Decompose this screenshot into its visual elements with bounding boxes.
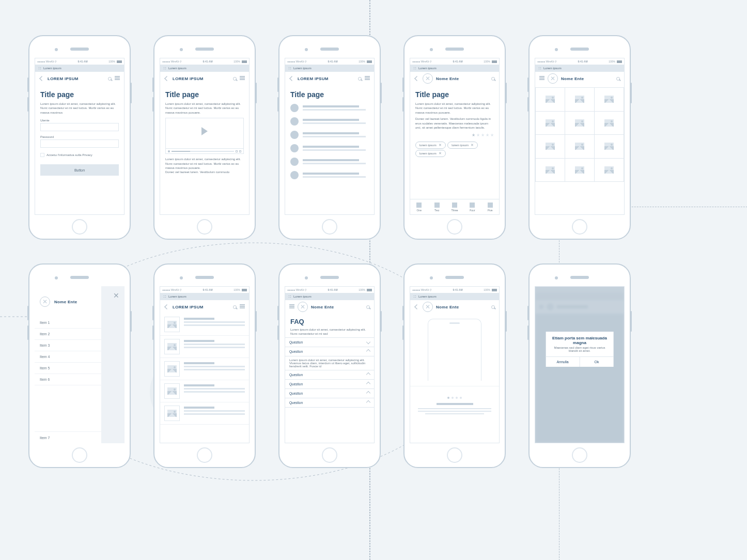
volume-icon[interactable]	[236, 150, 238, 152]
feed-tile[interactable]	[160, 336, 249, 358]
apps-icon[interactable]	[288, 67, 291, 70]
accordion-header[interactable]: Question	[285, 338, 374, 347]
tag-chip[interactable]: lorem ipsum✕	[415, 142, 446, 149]
close-icon[interactable]: ✕	[439, 143, 442, 147]
gallery-cell[interactable]	[565, 135, 595, 159]
apps-icon[interactable]	[413, 67, 416, 70]
home-button[interactable]	[72, 447, 87, 463]
tab-five[interactable]: Five	[481, 199, 499, 214]
tag-chip[interactable]: lorem ipsum✕	[415, 150, 446, 157]
video-play-icon[interactable]	[168, 150, 170, 152]
accordion-header[interactable]: Question	[285, 389, 374, 398]
cancel-button[interactable]: Annulla	[546, 357, 580, 367]
drawer-item[interactable]: Item 1	[35, 317, 101, 329]
home-button[interactable]	[197, 447, 212, 463]
back-icon[interactable]	[39, 76, 44, 81]
apps-icon[interactable]	[38, 67, 41, 70]
tab-four[interactable]: Four	[463, 199, 481, 214]
list-item[interactable]	[290, 171, 369, 179]
gallery-cell[interactable]	[595, 159, 624, 182]
home-button[interactable]	[197, 219, 212, 235]
gallery-cell[interactable]	[536, 159, 565, 182]
tag-chip[interactable]: lorem ipsum✕	[447, 142, 478, 149]
back-icon[interactable]	[164, 304, 169, 309]
drawer-item[interactable]: Item 7	[35, 432, 101, 443]
accordion-header[interactable]: Question	[285, 380, 374, 389]
home-button[interactable]	[322, 447, 337, 463]
fullscreen-icon[interactable]	[239, 150, 241, 152]
list-item[interactable]	[290, 131, 369, 139]
list-item[interactable]	[290, 117, 369, 126]
close-drawer-icon[interactable]: ✕	[113, 291, 119, 300]
ok-button[interactable]: Ok	[580, 357, 614, 367]
search-icon[interactable]	[108, 77, 112, 81]
accordion-header[interactable]: Question	[285, 398, 374, 408]
video-scrubber[interactable]	[172, 151, 234, 152]
password-input[interactable]	[40, 139, 119, 148]
gallery-cell[interactable]	[536, 135, 565, 159]
feed-tile[interactable]	[160, 380, 249, 402]
gallery-cell[interactable]	[595, 112, 624, 135]
home-button[interactable]	[322, 219, 337, 235]
menu-icon[interactable]	[240, 304, 245, 309]
tab-one[interactable]: One	[410, 199, 428, 214]
back-icon[interactable]	[414, 304, 419, 309]
home-button[interactable]	[72, 219, 87, 235]
gallery-cell[interactable]	[565, 88, 595, 112]
feed-tile[interactable]	[160, 402, 249, 425]
menu-icon[interactable]	[539, 76, 544, 81]
privacy-checkbox[interactable]	[40, 153, 44, 157]
back-icon[interactable]	[289, 76, 294, 81]
menu-icon[interactable]	[115, 76, 120, 81]
drawer-item[interactable]: Item 2	[35, 329, 101, 340]
home-button[interactable]	[572, 219, 587, 235]
search-icon[interactable]	[366, 305, 370, 309]
apps-icon[interactable]	[538, 67, 541, 70]
submit-button[interactable]: Button	[40, 164, 119, 176]
accordion-header[interactable]: Question	[285, 370, 374, 380]
search-icon[interactable]	[491, 305, 495, 309]
tab-two[interactable]: Two	[428, 199, 445, 214]
gallery-cell[interactable]	[536, 112, 565, 135]
back-icon[interactable]	[414, 76, 419, 81]
search-icon[interactable]	[616, 77, 620, 81]
feed-tile[interactable]	[160, 314, 249, 336]
pager-dots[interactable]	[410, 392, 500, 401]
gallery-cell[interactable]	[565, 112, 595, 135]
apps-icon[interactable]	[163, 295, 166, 298]
video-player[interactable]	[165, 118, 244, 154]
close-icon[interactable]: ✕	[439, 151, 442, 155]
home-button[interactable]	[572, 447, 587, 463]
menu-icon[interactable]	[289, 304, 294, 309]
apps-icon[interactable]	[413, 295, 416, 298]
list-item[interactable]	[290, 158, 369, 166]
drawer-item[interactable]: Item 3	[35, 340, 101, 351]
apps-icon[interactable]	[163, 67, 166, 70]
username-input[interactable]	[40, 123, 119, 131]
search-icon[interactable]	[233, 305, 237, 309]
play-icon[interactable]	[201, 127, 208, 135]
search-icon[interactable]	[358, 77, 362, 81]
menu-icon[interactable]	[365, 76, 370, 81]
menu-icon[interactable]	[240, 76, 245, 81]
feed-tile[interactable]	[160, 358, 249, 380]
close-icon[interactable]: ✕	[471, 143, 474, 147]
drawer-item[interactable]: Item 6	[35, 374, 101, 385]
tab-three[interactable]: Three	[446, 199, 463, 214]
gallery-cell[interactable]	[595, 135, 624, 159]
gallery-cell[interactable]	[565, 159, 595, 182]
back-icon[interactable]	[164, 76, 169, 81]
list-item[interactable]	[290, 104, 369, 112]
drawer-item[interactable]: Item 4	[35, 351, 101, 363]
gallery-cell[interactable]	[595, 88, 624, 112]
apps-icon[interactable]	[288, 295, 291, 298]
accordion-header[interactable]: Question	[285, 347, 374, 356]
home-button[interactable]	[447, 219, 462, 235]
drawer-item[interactable]: Item 5	[35, 363, 101, 374]
home-button[interactable]	[447, 447, 462, 463]
rating[interactable]: ★★★★★	[415, 133, 494, 137]
search-icon[interactable]	[233, 77, 237, 81]
search-icon[interactable]	[491, 77, 495, 81]
list-item[interactable]	[290, 144, 369, 152]
gallery-cell[interactable]	[536, 88, 565, 112]
